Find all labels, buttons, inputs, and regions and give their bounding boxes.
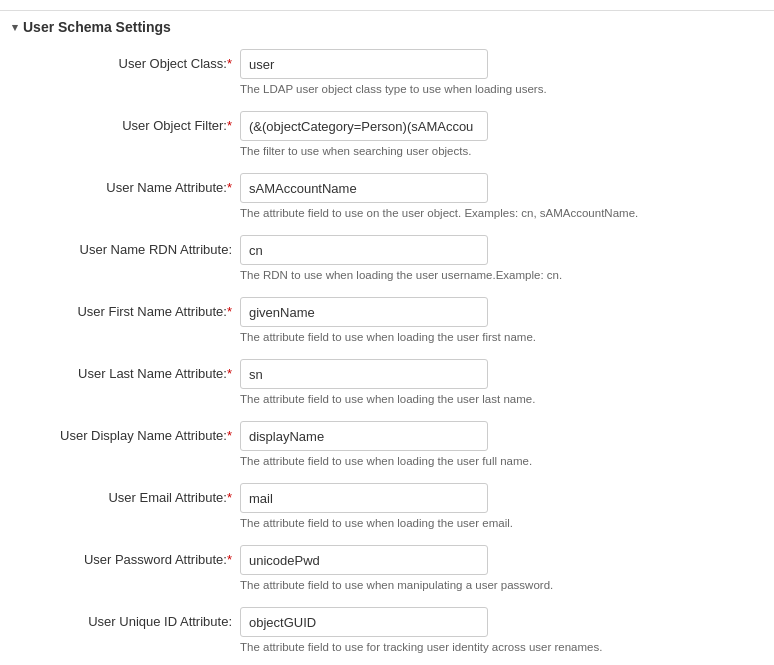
form-container: User Object Class:*The LDAP user object … <box>0 43 774 665</box>
input-user-first-name-attribute[interactable] <box>240 297 488 327</box>
form-row-user-unique-id-attribute: User Unique ID Attribute:The attribute f… <box>20 607 754 653</box>
help-user-name-rdn-attribute: The RDN to use when loading the user use… <box>240 269 640 281</box>
help-user-object-class: The LDAP user object class type to use w… <box>240 83 640 95</box>
input-user-last-name-attribute[interactable] <box>240 359 488 389</box>
required-indicator: * <box>227 552 232 567</box>
input-user-email-attribute[interactable] <box>240 483 488 513</box>
form-row-user-password-attribute: User Password Attribute:*The attribute f… <box>20 545 754 591</box>
label-user-password-attribute: User Password Attribute:* <box>20 545 240 569</box>
form-row-user-email-attribute: User Email Attribute:*The attribute fiel… <box>20 483 754 529</box>
help-user-unique-id-attribute: The attribute field to use for tracking … <box>240 641 640 653</box>
form-row-user-object-filter: User Object Filter:*The filter to use wh… <box>20 111 754 157</box>
label-user-last-name-attribute: User Last Name Attribute:* <box>20 359 240 383</box>
form-row-user-name-attribute: User Name Attribute:*The attribute field… <box>20 173 754 219</box>
input-user-display-name-attribute[interactable] <box>240 421 488 451</box>
label-user-name-attribute: User Name Attribute:* <box>20 173 240 197</box>
input-user-name-attribute[interactable] <box>240 173 488 203</box>
help-user-first-name-attribute: The attribute field to use when loading … <box>240 331 640 343</box>
label-user-email-attribute: User Email Attribute:* <box>20 483 240 507</box>
input-user-unique-id-attribute[interactable] <box>240 607 488 637</box>
label-user-unique-id-attribute: User Unique ID Attribute: <box>20 607 240 631</box>
input-user-object-class[interactable] <box>240 49 488 79</box>
help-user-password-attribute: The attribute field to use when manipula… <box>240 579 640 591</box>
form-row-user-name-rdn-attribute: User Name RDN Attribute:The RDN to use w… <box>20 235 754 281</box>
input-user-password-attribute[interactable] <box>240 545 488 575</box>
help-user-display-name-attribute: The attribute field to use when loading … <box>240 455 640 467</box>
required-indicator: * <box>227 180 232 195</box>
required-indicator: * <box>227 118 232 133</box>
label-user-name-rdn-attribute: User Name RDN Attribute: <box>20 235 240 259</box>
label-user-first-name-attribute: User First Name Attribute:* <box>20 297 240 321</box>
label-user-display-name-attribute: User Display Name Attribute:* <box>20 421 240 445</box>
input-user-name-rdn-attribute[interactable] <box>240 235 488 265</box>
form-row-user-last-name-attribute: User Last Name Attribute:*The attribute … <box>20 359 754 405</box>
form-row-user-first-name-attribute: User First Name Attribute:*The attribute… <box>20 297 754 343</box>
required-indicator: * <box>227 304 232 319</box>
help-user-last-name-attribute: The attribute field to use when loading … <box>240 393 640 405</box>
required-indicator: * <box>227 428 232 443</box>
required-indicator: * <box>227 490 232 505</box>
required-indicator: * <box>227 56 232 71</box>
section-header[interactable]: ▾ User Schema Settings <box>0 10 774 43</box>
input-user-object-filter[interactable] <box>240 111 488 141</box>
section-title: User Schema Settings <box>23 19 171 35</box>
label-user-object-class: User Object Class:* <box>20 49 240 73</box>
help-user-name-attribute: The attribute field to use on the user o… <box>240 207 640 219</box>
form-row-user-display-name-attribute: User Display Name Attribute:*The attribu… <box>20 421 754 467</box>
form-row-user-object-class: User Object Class:*The LDAP user object … <box>20 49 754 95</box>
help-user-email-attribute: The attribute field to use when loading … <box>240 517 640 529</box>
label-user-object-filter: User Object Filter:* <box>20 111 240 135</box>
chevron-icon: ▾ <box>12 21 18 34</box>
required-indicator: * <box>227 366 232 381</box>
help-user-object-filter: The filter to use when searching user ob… <box>240 145 640 157</box>
